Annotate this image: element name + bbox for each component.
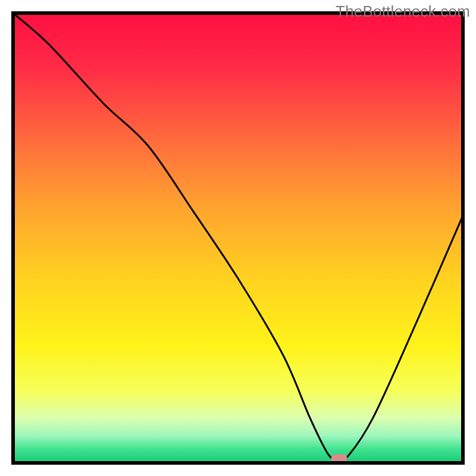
bottleneck-chart	[0, 0, 476, 476]
watermark-text: TheBottleneck.com	[336, 2, 470, 21]
chart-container: TheBottleneck.com	[0, 0, 476, 476]
gradient-background	[13, 13, 463, 463]
